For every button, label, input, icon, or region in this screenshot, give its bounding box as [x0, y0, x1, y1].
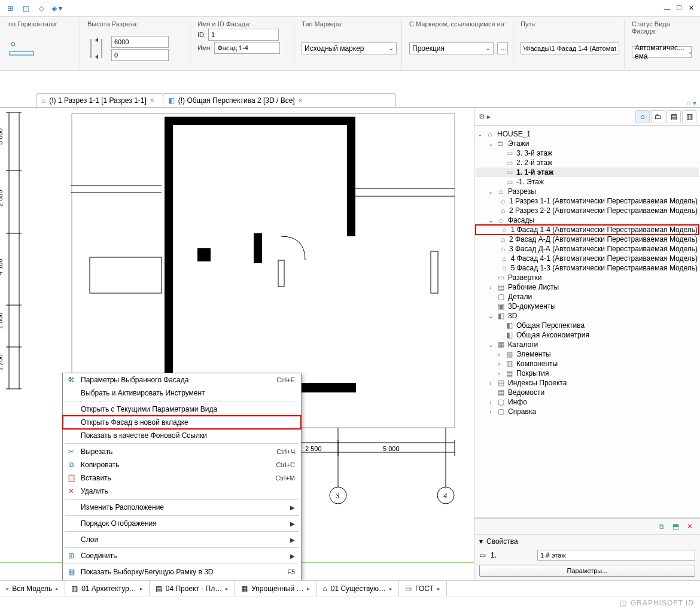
axis-3: 3 — [336, 492, 340, 500]
svg-rect-20 — [197, 248, 211, 261]
navtab-layout-book[interactable]: ▤ — [666, 110, 681, 123]
node-section-1[interactable]: ⌂1 Разрез 1-1 (Автоматически Перестраива… — [476, 196, 699, 206]
node-facade-4[interactable]: ⌂4 Фасад 4-1 (Автоматически Перестраивае… — [476, 254, 699, 263]
node-floor-0[interactable]: ▭-1. Этаж — [476, 177, 699, 187]
section-height-top[interactable] — [111, 36, 169, 48]
panel-horiz-title: по Горизонтали: — [8, 20, 75, 29]
section-height-bottom[interactable] — [111, 49, 169, 61]
close-icon[interactable]: ✕ — [686, 4, 696, 13]
node-facade-3[interactable]: ⌂3 Фасад Д-А (Автоматически Перестраивае… — [476, 244, 699, 254]
tool-icon-3[interactable]: ◇ — [35, 2, 48, 15]
tab-overflow-icon[interactable]: ⌂ ▾ — [686, 99, 696, 107]
path-input[interactable] — [521, 42, 619, 54]
status-select[interactable]: Автоматичес…ема — [632, 46, 692, 58]
ctx-show-selection-3d[interactable]: ▦Показать Выборку/Бегущую Рамку в 3DF5 — [63, 565, 301, 578]
node-facade-1[interactable]: ⌂1 Фасад 1-4 (Автоматически Перестраивае… — [476, 225, 699, 235]
node-unfolds[interactable]: ▭Развертки — [476, 273, 699, 282]
navigator-tree[interactable]: ⌄⌂HOUSE_1 ⌄🗀Этажи ▭3. 3-й этаж ▭2. 2-й э… — [474, 126, 700, 517]
facade-id-input[interactable] — [208, 29, 279, 41]
node-catalogs[interactable]: ⌄▦Каталоги — [476, 340, 699, 349]
ctx-display-order[interactable]: Порядок Отображения▶ — [63, 517, 301, 530]
node-indexes[interactable]: ›▤Индексы Проекта — [476, 378, 699, 388]
node-floor-2[interactable]: ▭2. 2-й этаж — [476, 158, 699, 168]
tab-section[interactable]: ⌂ (!) 1 Разрез 1-1 [1 Разрез 1-1] × — [36, 93, 163, 107]
panel-nameid-title: Имя и ID Фасада: — [197, 20, 289, 29]
node-help[interactable]: ›▢Справка — [476, 407, 699, 416]
tab-close-icon[interactable]: × — [150, 96, 154, 105]
status-scope[interactable]: ▫Вся Модель▸ — [0, 581, 65, 596]
ctx-activate-tool[interactable]: Выбрать и Активировать Инструмент — [63, 386, 301, 400]
properties-header[interactable]: ▾Свойства — [474, 534, 700, 548]
brand-bar: ◫ GRAPHISOFT ID — [0, 596, 700, 609]
delete-icon: ✕ — [66, 486, 76, 496]
node-facade-5[interactable]: ⌂5 Фасад 1-3 (Автоматически Перестраивае… — [476, 263, 699, 273]
parameters-button[interactable]: Параметры... — [479, 565, 695, 577]
status-renovation[interactable]: ⌂01 Существую…▸ — [316, 581, 399, 596]
dim-v-1: 2 850 — [0, 190, 4, 206]
node-sections[interactable]: ⌄⌂Разрезы — [476, 187, 699, 196]
ctx-selected-facade-params[interactable]: 🛠Параметры Выбранного ФасадаCtrl+E — [63, 373, 301, 386]
ctx-layers[interactable]: Слои▶ — [63, 533, 301, 546]
node-details[interactable]: ▢Детали — [476, 292, 699, 302]
dim-h-0: 2 500 — [305, 445, 322, 452]
ctx-connect[interactable]: ⊞Соединить▶ — [63, 549, 301, 562]
prop-new-icon[interactable]: ⧉ — [656, 521, 666, 532]
tool-icon-2[interactable]: ◫ — [19, 2, 32, 15]
ctx-copy[interactable]: ⧉КопироватьCtrl+С — [63, 458, 301, 471]
graphisoft-logo-icon: ◫ — [620, 599, 627, 607]
nav-settings-icon[interactable]: ⚙ ▸ — [474, 108, 495, 126]
facade-name-input[interactable] — [214, 42, 280, 54]
ctx-delete[interactable]: ✕Удалить — [63, 485, 301, 498]
node-facade-2[interactable]: ⌂2 Фасад А-Д (Автоматически Перестраивае… — [476, 235, 699, 244]
node-3d[interactable]: ⌄◧3D — [476, 311, 699, 321]
navtab-publisher[interactable]: ▥ — [682, 110, 696, 123]
ctx-show-as-trace[interactable]: Показать в качестве Фоновой Ссылки — [63, 429, 301, 442]
node-floor-3[interactable]: ▭3. 3-й этаж — [476, 148, 699, 158]
tab-close-icon[interactable]: × — [299, 96, 303, 105]
status-standard[interactable]: ▭ГОСТ▸ — [399, 581, 447, 596]
ctx-move-submenu[interactable]: Изменить Расположение▶ — [63, 501, 301, 514]
status-layercombo[interactable]: ▥01 Архитектур…▸ — [65, 581, 150, 596]
node-axonometry[interactable]: ◧Общая Аксонометрия — [476, 330, 699, 340]
panel-status-title: Статус Вида Фасада: — [632, 20, 688, 36]
navtab-view-map[interactable]: 🗀 — [651, 110, 665, 123]
node-info[interactable]: ›▢Инфо — [476, 397, 699, 407]
node-section-2[interactable]: ⌂2 Разрез 2-2 (Автоматически Перестраива… — [476, 206, 699, 215]
node-perspective[interactable]: ◧Общая Перспектива — [476, 321, 699, 330]
tool-icon-1[interactable]: ⊞ — [4, 2, 17, 15]
node-floors[interactable]: ⌄🗀Этажи — [476, 139, 699, 148]
marker-ref-more[interactable]: … — [497, 42, 508, 54]
navtab-project-map[interactable]: ⌂ — [635, 110, 650, 123]
status-penset[interactable]: ▦Упрощенный …▸ — [235, 581, 316, 596]
svg-rect-26 — [278, 260, 284, 287]
node-facades[interactable]: ⌄⌂Фасады — [476, 215, 699, 225]
marker-type-select[interactable]: Исходный маркер — [302, 42, 397, 54]
node-worksheets[interactable]: ›▤Рабочие Листы — [476, 282, 699, 292]
minimize-icon[interactable]: — — [662, 4, 672, 13]
ctx-open-in-new-tab[interactable]: Открыть Фасад в новой вкладке — [63, 416, 301, 429]
ctx-paste[interactable]: 📋ВставитьCtrl+М — [63, 471, 301, 485]
node-coverings[interactable]: ›▤Покрытия — [476, 369, 699, 378]
node-elements[interactable]: ›▨Элементы — [476, 349, 699, 359]
node-schedules[interactable]: ▤Ведомости — [476, 388, 699, 397]
ctx-open-current-params[interactable]: Открыть с Текущими Параметрами Вида — [63, 403, 301, 416]
drawing-canvas[interactable]: 3 000 2 850 4 100 1 800 1 200 — [0, 108, 474, 580]
node-floor-1[interactable]: ▭1. 1-й этаж — [476, 168, 699, 177]
prop-save-icon[interactable]: ⬒ — [670, 521, 681, 532]
prop-delete-icon[interactable]: ✕ — [684, 521, 695, 532]
marker-ref-select[interactable]: Проекция — [409, 42, 494, 54]
ctx-cut[interactable]: ✂ВырезатьCtrl+Ч — [63, 445, 301, 458]
tab-perspective[interactable]: ◧ (!) Общая Перспектива 2 [3D / Все] × — [163, 93, 396, 107]
svg-rect-0 — [10, 51, 34, 55]
svg-marker-5 — [95, 54, 98, 59]
dim-v-0: 3 000 — [0, 128, 4, 145]
main-row: 3 000 2 850 4 100 1 800 1 200 — [0, 108, 700, 580]
tool-icon-4[interactable]: ◈ ▾ — [50, 2, 63, 15]
maximize-icon[interactable]: ☐ — [674, 4, 684, 13]
ctx-show-all-3d[interactable]: ▣Показать Все в 3DShift+F5 — [63, 578, 301, 580]
node-root[interactable]: ⌄⌂HOUSE_1 — [476, 129, 699, 139]
status-scale[interactable]: ▤04 Проект - Пл…▸ — [150, 581, 236, 596]
node-3ddocs[interactable]: ▣3D-документы — [476, 302, 699, 311]
node-components[interactable]: ›▥Компоненты — [476, 359, 699, 369]
prop-name-input[interactable] — [537, 550, 695, 561]
